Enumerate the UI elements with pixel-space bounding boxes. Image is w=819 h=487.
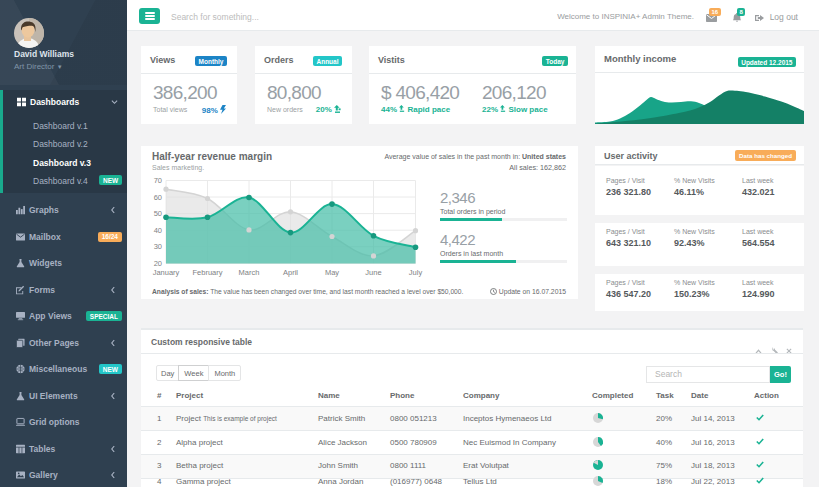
svg-text:May: May <box>325 268 339 277</box>
svg-text:70: 70 <box>154 176 162 185</box>
svg-text:February: February <box>192 268 222 277</box>
svg-text:40: 40 <box>154 226 162 235</box>
svg-text:July: July <box>409 268 423 277</box>
svg-text:50: 50 <box>154 209 162 218</box>
svg-text:April: April <box>283 268 298 277</box>
svg-text:January: January <box>153 268 180 277</box>
svg-text:March: March <box>239 268 260 277</box>
svg-text:30: 30 <box>154 242 162 251</box>
svg-text:June: June <box>365 268 381 277</box>
svg-text:60: 60 <box>154 193 162 202</box>
